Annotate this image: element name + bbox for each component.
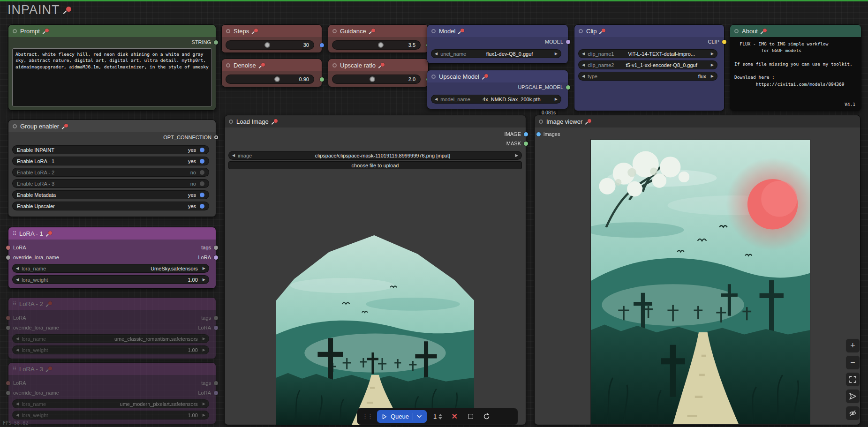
clip-name2-combo[interactable]: ◀ clip_name2 t5-v1_1-xxl-encoder-Q8_0.gg…	[578, 60, 717, 69]
node-header[interactable]: Model	[427, 25, 568, 37]
node-prompt[interactable]: Prompt STRING Abstract, white fleecy hil…	[8, 24, 216, 111]
node-header[interactable]: Denoise	[222, 59, 322, 71]
node-lora-2[interactable]: ⠿ LoRA - 2 LoRA tags override_lora_name …	[8, 297, 216, 359]
drag-handle-icon[interactable]: ⠿	[13, 366, 16, 372]
combo-left-arrow-icon[interactable]: ◀	[582, 63, 585, 67]
collapse-dot[interactable]	[431, 75, 436, 79]
combo-right-arrow-icon[interactable]: ▶	[515, 154, 518, 157]
output-slot-opt-connection[interactable]: OPT_CONNECTION	[163, 134, 218, 141]
toggle-dot[interactable]	[200, 170, 204, 175]
upscale-model-name-combo[interactable]: ◀ model_name 4x_NMKD-Siax_200k.pth ▶	[431, 95, 561, 104]
node-group-enabler[interactable]: Group enabler OPT_CONNECTION Enable INPA…	[8, 120, 216, 217]
output-slot-mask[interactable]: MASK	[506, 140, 528, 147]
combo-left-arrow-icon[interactable]: ◀	[16, 402, 19, 406]
combo-right-arrow-icon[interactable]: ▶	[711, 63, 714, 67]
node-denoise[interactable]: Denoise 0.90	[221, 59, 322, 87]
output-slot-lora[interactable]: LoRA	[198, 254, 218, 261]
denoise-slider[interactable]: 0.90	[226, 75, 314, 84]
tags-output-dot[interactable]	[214, 316, 218, 320]
clip-name1-combo[interactable]: ◀ clip_name1 ViT-L-14-TEXT-detail-impro.…	[578, 49, 717, 58]
output-slot-model[interactable]: MODEL	[545, 38, 570, 45]
collapse-dot[interactable]	[332, 63, 337, 67]
combo-left-arrow-icon[interactable]: ◀	[435, 52, 438, 56]
load-image-preview[interactable]	[276, 230, 474, 425]
slider-knob[interactable]	[378, 42, 384, 48]
lora-output-dot[interactable]	[214, 326, 218, 330]
stepper-left-arrow-icon[interactable]: ◀	[16, 348, 19, 352]
node-lora-3[interactable]: ⠿ LoRA - 3 LoRA tags override_lora_name …	[8, 362, 216, 424]
output-slot-image[interactable]: IMAGE	[505, 130, 528, 138]
collapse-dot[interactable]	[734, 29, 739, 33]
combo-right-arrow-icon[interactable]: ▶	[711, 75, 714, 78]
lora-weight-stepper[interactable]: ◀ lora_weight 1.00 ▶	[12, 275, 209, 284]
drag-handle-icon[interactable]: ⋮⋮	[362, 413, 372, 420]
stepper-icons[interactable]	[438, 414, 442, 420]
slider-knob[interactable]	[264, 42, 270, 48]
clip-output-dot[interactable]	[722, 40, 726, 44]
guidance-slider[interactable]: 3.5	[332, 40, 421, 50]
collapse-dot[interactable]	[226, 29, 230, 33]
collapse-dot[interactable]	[579, 29, 583, 33]
toggle-enable-lora-1[interactable]: Enable LoRA - 1 yes	[12, 157, 209, 165]
toggle-dot[interactable]	[200, 148, 204, 152]
input-slot-override-lora-name[interactable]: override_lora_name	[6, 324, 59, 331]
collapse-dot[interactable]	[332, 29, 337, 33]
tags-output-dot[interactable]	[214, 381, 218, 385]
node-header[interactable]: ⠿ LoRA - 2	[8, 298, 216, 310]
node-clip[interactable]: Clip CLIP ◀ clip_name1 ViT-L-14-TEXT-det…	[574, 24, 725, 111]
slider-knob[interactable]	[274, 76, 280, 82]
output-slot-lora[interactable]: LoRA	[198, 389, 218, 397]
node-header[interactable]: Group enabler	[8, 120, 216, 132]
combo-left-arrow-icon[interactable]: ◀	[16, 337, 19, 341]
input-slot-lora[interactable]: LoRA	[6, 379, 26, 387]
unet-name-combo[interactable]: ◀ unet_name flux1-dev-Q8_0.gguf ▶	[431, 49, 561, 58]
stepper-down-icon[interactable]	[438, 417, 442, 420]
zoom-in-button[interactable]: +	[845, 338, 860, 353]
node-model[interactable]: Model MODEL ◀ unet_name flux1-dev-Q8_0.g…	[427, 24, 568, 64]
node-header[interactable]: Upscale Model	[427, 70, 568, 82]
graveyard-masked-image[interactable]	[276, 230, 474, 425]
output-slot-string[interactable]: STRING	[191, 38, 218, 46]
lora-name-combo[interactable]: ◀ lora_name ume_classic_romantism.safete…	[12, 334, 209, 343]
lora-input-dot[interactable]	[6, 246, 10, 250]
drag-handle-icon[interactable]: ⠿	[13, 231, 16, 237]
node-header[interactable]: About	[730, 25, 861, 37]
toggle-dot[interactable]	[200, 159, 204, 164]
toggle-dot[interactable]	[200, 204, 204, 209]
combo-left-arrow-icon[interactable]: ◀	[582, 52, 585, 56]
steps-slider[interactable]: 30	[226, 40, 314, 50]
collapse-dot[interactable]	[431, 29, 436, 33]
node-header[interactable]: Load Image	[225, 115, 526, 127]
lora-weight-stepper[interactable]: ◀ lora_weight 1.00 ▶	[12, 411, 209, 420]
node-header[interactable]: ⠿ LoRA - 3	[8, 363, 216, 375]
output-slot-tags[interactable]: tags	[201, 314, 218, 322]
node-image-viewer[interactable]: Image viewer images	[534, 115, 860, 425]
combo-left-arrow-icon[interactable]: ◀	[16, 267, 19, 270]
fit-view-button[interactable]	[845, 372, 860, 387]
toggle-enable-upscaler[interactable]: Enable Upscaler yes	[12, 202, 209, 210]
int-output-dot[interactable]	[320, 43, 324, 47]
node-steps[interactable]: Steps 30	[221, 24, 322, 53]
output-slot-float[interactable]	[320, 75, 324, 83]
combo-right-arrow-icon[interactable]: ▶	[203, 402, 205, 406]
stepper-up-icon[interactable]	[438, 414, 442, 416]
model-output-dot[interactable]	[566, 40, 570, 44]
node-header[interactable]: Clip	[574, 25, 724, 37]
stepper-right-arrow-icon[interactable]: ▶	[203, 413, 205, 417]
toggle-enable-lora-3[interactable]: Enable LoRA - 3 no	[12, 179, 209, 188]
output-slot-int[interactable]	[320, 41, 324, 49]
collapse-dot[interactable]	[13, 29, 17, 33]
float-output-dot[interactable]	[320, 77, 324, 82]
zoom-out-button[interactable]: −	[845, 355, 860, 370]
tags-output-dot[interactable]	[214, 246, 218, 250]
select-mode-button[interactable]	[845, 389, 860, 404]
lora-name-combo[interactable]: ◀ lora_name UmeSky.safetensors ▶	[12, 264, 209, 273]
image-output-dot[interactable]	[524, 132, 528, 136]
node-header[interactable]: Guidance	[328, 25, 428, 37]
viewer-image-preview[interactable]	[591, 140, 810, 424]
combo-right-arrow-icon[interactable]: ▶	[711, 52, 714, 56]
chevron-down-icon[interactable]	[417, 415, 422, 418]
node-guidance[interactable]: Guidance 3.5	[328, 24, 429, 53]
images-input-dot[interactable]	[536, 132, 541, 136]
input-slot-override-lora-name[interactable]: override_lora_name	[6, 389, 59, 397]
